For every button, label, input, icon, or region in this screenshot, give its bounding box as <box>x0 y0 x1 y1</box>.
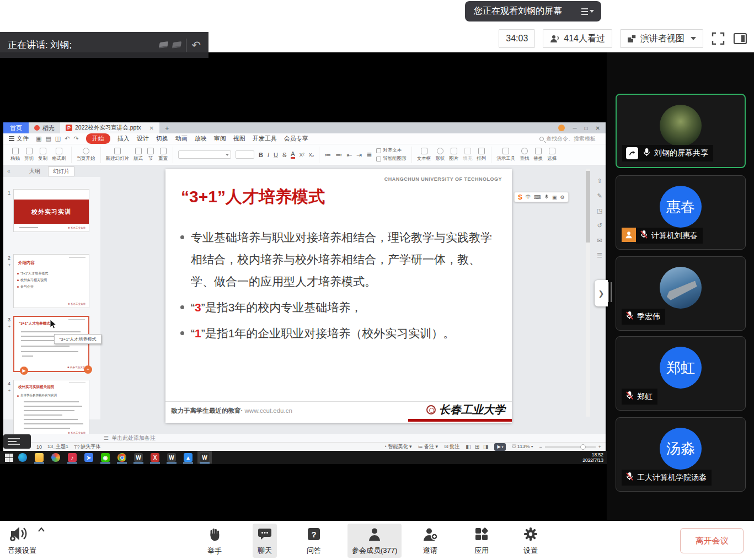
font-size-select[interactable] <box>236 150 254 159</box>
sorter-view-icon[interactable]: ⊞ <box>475 444 479 450</box>
tab-docer[interactable]: 稻壳 <box>29 122 60 133</box>
word-doc-icon[interactable]: W <box>131 451 146 464</box>
word-doc-icon[interactable]: W <box>164 451 179 464</box>
preview-icon[interactable]: ◫ <box>55 135 61 142</box>
mail-icon[interactable]: ✉ <box>597 237 602 244</box>
view-mode-select[interactable]: 演讲者视图 <box>620 29 703 48</box>
fit-zoom-button[interactable]: ⛋ 113% ▾ <box>512 444 533 450</box>
normal-view-icon[interactable]: ◧ <box>466 444 470 450</box>
zoom-out-icon[interactable]: − <box>539 444 542 450</box>
subscript-button[interactable]: X₂ <box>309 152 314 158</box>
invite-button[interactable]: 邀请 <box>418 524 442 558</box>
red-x-app-icon[interactable]: X <box>148 451 162 464</box>
maximize-icon[interactable]: □ <box>585 125 588 131</box>
replace-button[interactable]: 替换 <box>533 148 543 162</box>
close-icon[interactable]: ✕ <box>596 125 600 131</box>
to-smartart-button[interactable]: 转智能图形 <box>376 155 407 162</box>
shape-button[interactable]: 形状 <box>435 148 445 162</box>
redo-icon[interactable]: ↷ <box>73 135 78 142</box>
italic-button[interactable]: I <box>268 152 269 158</box>
ime-lang-icon[interactable]: 中 <box>526 193 531 201</box>
fullscreen-button[interactable] <box>711 31 725 46</box>
notes-toggle-button[interactable]: ≔ 备注 ▾ <box>418 443 439 450</box>
command-search[interactable]: 查找命令、搜索模板 <box>539 135 600 143</box>
superscript-button[interactable]: X² <box>300 152 304 158</box>
banner-menu-icon[interactable] <box>579 4 596 19</box>
participants-button[interactable]: 参会成员(377) <box>347 524 402 558</box>
select-button[interactable]: 选择 <box>547 148 557 162</box>
play-from-current-button[interactable]: 当页开始 <box>77 148 95 162</box>
strikethrough-button[interactable]: S <box>282 152 286 158</box>
new-slide-quick-button[interactable]: + <box>84 365 92 374</box>
chat-button[interactable]: 聊天 <box>253 524 277 558</box>
play-animation-badge[interactable]: ▶ <box>20 367 28 375</box>
file-explorer-icon[interactable] <box>32 451 46 464</box>
file-menu[interactable]: 文件 <box>9 134 29 143</box>
viewers-count[interactable]: 414人看过 <box>543 29 612 48</box>
find-button[interactable]: 查找 <box>520 148 529 162</box>
canvas-scrollbar[interactable] <box>586 169 590 417</box>
reading-view-icon[interactable]: ◨ <box>483 444 488 450</box>
arrange-button[interactable]: 排列 <box>477 148 486 162</box>
indent-decrease-icon[interactable]: ⇤ <box>346 151 352 159</box>
highlighter-icon[interactable] <box>172 41 182 49</box>
apps-button[interactable]: 应用 <box>469 524 494 558</box>
number-list-icon[interactable]: ≕ <box>335 151 342 159</box>
layout-button[interactable]: 版式 <box>133 148 143 162</box>
zoom-slider-track[interactable] <box>545 446 596 448</box>
ime-toolbar[interactable]: S 中 ⌨ ▣ ⚙ <box>514 192 569 202</box>
ime-mic-icon[interactable] <box>544 194 549 201</box>
collapse-panel-icon[interactable]: « <box>7 168 10 174</box>
history-icon[interactable]: ↺ <box>597 222 602 229</box>
tab-document[interactable]: P 2022校外实习宣讲会.pptx ✕ <box>60 122 159 133</box>
underline-button[interactable]: U <box>274 152 278 158</box>
menu-view[interactable]: 视图 <box>233 134 245 143</box>
menu-design[interactable]: 设计 <box>137 134 149 143</box>
comment-button[interactable]: ⊡ 批注 <box>444 443 459 450</box>
marker-icon[interactable] <box>159 41 169 49</box>
music-app-icon[interactable]: ♪ <box>65 451 79 464</box>
wps-active-icon[interactable]: W <box>197 451 212 464</box>
close-tab-icon[interactable]: ✕ <box>149 125 154 131</box>
thunder-app-icon[interactable]: ➤ <box>82 451 96 464</box>
font-color-button[interactable]: A <box>291 150 295 159</box>
zoom-slider-knob[interactable] <box>580 444 586 450</box>
menu-transition[interactable]: 切换 <box>156 134 168 143</box>
minimize-icon[interactable]: ─ <box>573 125 576 131</box>
edge-icon[interactable] <box>15 451 30 464</box>
format-painter-button[interactable]: 格式刷 <box>52 148 66 162</box>
slideshow-play-button[interactable]: ▶▾ <box>494 443 506 451</box>
zoom-slider[interactable]: − + <box>539 444 601 450</box>
menu-slideshow[interactable]: 放映 <box>195 134 207 143</box>
cut-button[interactable]: 剪切 <box>24 148 34 162</box>
taskbar-clock[interactable]: 18:52 2022/7/13 <box>582 452 603 463</box>
settings-button[interactable]: 设置 <box>518 524 543 558</box>
ime-logo-icon[interactable]: S <box>518 193 522 201</box>
tab-outline[interactable]: 大纲 <box>29 168 40 175</box>
menu-animation[interactable]: 动画 <box>175 134 188 143</box>
audio-settings-button[interactable]: 音频设置 <box>8 525 45 556</box>
undo-icon[interactable]: ↶ <box>65 135 69 142</box>
new-slide-button[interactable]: 新建幻灯片 <box>106 148 130 162</box>
fill-button[interactable]: 填充 <box>463 148 472 162</box>
ime-keyboard-icon[interactable]: ⌨ <box>534 195 541 200</box>
slide-thumbnail-4[interactable]: 校外实习实训相关说明 全体学生参加校外实习实训 ❀ 长春工业大学 <box>13 380 89 437</box>
comment-panel-icon[interactable]: ◳ <box>597 207 602 214</box>
leave-meeting-button[interactable]: 离开会议 <box>680 528 744 553</box>
menu-review[interactable]: 审阅 <box>214 134 226 143</box>
font-family-select[interactable] <box>178 150 231 159</box>
edit-icon[interactable]: ✎ <box>597 192 602 200</box>
bold-button[interactable]: B <box>259 152 263 158</box>
notes-bar[interactable]: ☰ 单击此处添加备注 <box>3 434 606 442</box>
save-icon[interactable]: ▣ <box>36 135 41 142</box>
participant-tile-sharing[interactable]: 刘钢的屏幕共享 <box>616 94 746 168</box>
scrollbar-thumb[interactable] <box>586 171 590 243</box>
participant-tile[interactable]: 惠春 计算机刘惠春 <box>616 175 746 250</box>
indent-increase-icon[interactable]: ⇥ <box>356 151 362 159</box>
menu-start[interactable]: 开始 <box>86 133 110 144</box>
missing-font-warning[interactable]: T? 缺失字体 <box>74 443 101 450</box>
sidebar-collapse-button[interactable]: ❯ <box>595 280 608 306</box>
line-spacing-icon[interactable]: ≣ <box>366 151 372 159</box>
paste-button[interactable]: 粘贴 <box>10 148 20 162</box>
participant-tile[interactable]: 季宏伟 <box>616 256 746 331</box>
